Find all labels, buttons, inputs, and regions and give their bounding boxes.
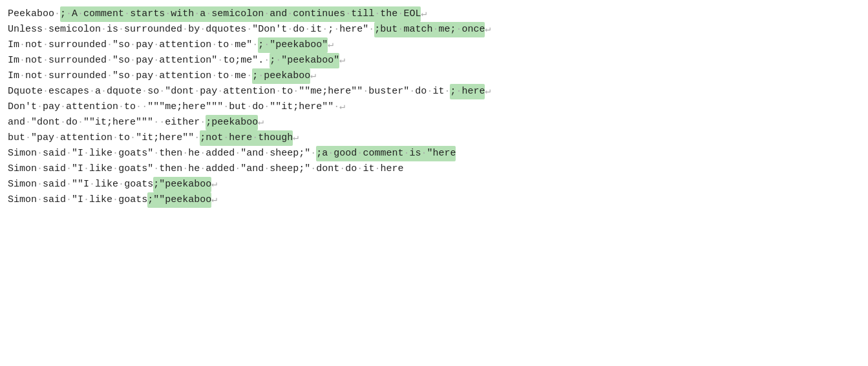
plain-segment: Peekaboo· <box>8 6 60 22</box>
return-symbol: ↵ <box>310 70 316 81</box>
return-symbol: ↵ <box>211 194 217 205</box>
space-dot: · <box>456 24 461 35</box>
space-dot: · <box>246 101 252 112</box>
space-dot: · <box>54 8 60 19</box>
code-line: Im·not·surrounded·"so·pay·attention"·to;… <box>8 53 860 68</box>
space-dot: · <box>101 86 107 97</box>
space-dot: · <box>66 179 72 190</box>
code-line: but·"pay·attention·to·"it;here""·;not·he… <box>8 130 860 146</box>
space-dot: · <box>310 148 316 159</box>
return-symbol: ↵ <box>485 24 491 35</box>
space-dot: · <box>124 8 130 19</box>
code-line: Simon·said·"I·like·goats;""peekaboo↵ <box>8 192 860 208</box>
space-dot: · <box>339 163 345 174</box>
space-dot: · <box>194 86 200 97</box>
code-line: Peekaboo·;·A·comment·starts·with·a·semic… <box>8 6 860 22</box>
space-dot: · <box>37 194 43 205</box>
space-dot: · <box>397 8 403 19</box>
space-dot: · <box>130 70 136 81</box>
code-line: Unless·semicolon·is·surrounded·by·dquote… <box>8 22 860 37</box>
line-segment: ↵ <box>485 22 491 37</box>
line-segment: ↵ <box>339 53 345 68</box>
space-dot: · <box>421 148 427 159</box>
plain-segment: and·"dont·do·""it;here"""··either· <box>8 115 206 130</box>
line-segment: ↵ <box>485 84 491 99</box>
space-dot: · <box>78 117 83 128</box>
space-dot: · <box>223 132 229 143</box>
space-dot: · <box>130 39 136 50</box>
space-dot: · <box>456 86 461 97</box>
space-dot: · <box>165 8 171 19</box>
line-segment: ↵ <box>211 177 217 192</box>
space-dot: · <box>194 8 200 19</box>
space-dot: · <box>357 163 363 174</box>
return-symbol: ↵ <box>339 101 345 112</box>
space-dot: · <box>66 194 72 205</box>
space-dot: · <box>345 8 351 19</box>
space-dot: · <box>333 101 339 112</box>
space-dot: · <box>304 24 310 35</box>
space-dot: · <box>159 117 165 128</box>
space-dot: · <box>153 163 159 174</box>
space-dot: · <box>43 24 48 35</box>
space-dot: · <box>118 101 124 112</box>
plain-segment: Simon·said·"I·like·goats <box>8 192 147 208</box>
space-dot: · <box>264 8 270 19</box>
space-dot: · <box>19 55 25 66</box>
code-line: Dquote·escapes·a·dquote·so·"dont·pay·att… <box>8 84 860 99</box>
space-dot: · <box>153 148 159 159</box>
space-dot: · <box>264 101 270 112</box>
code-line: Simon·said·"I·like·goats"·then·he·added·… <box>8 161 860 177</box>
line-segment: ↵ <box>328 37 333 53</box>
space-dot: · <box>182 24 188 35</box>
return-symbol: ↵ <box>211 179 217 190</box>
space-dot: · <box>235 148 240 159</box>
space-dot: · <box>264 39 270 50</box>
space-dot: · <box>206 8 211 19</box>
space-dot: · <box>322 24 328 35</box>
space-dot: · <box>19 39 25 50</box>
space-dot: · <box>217 55 223 66</box>
space-dot: · <box>142 101 147 112</box>
highlighted-segment: ;·here <box>450 84 485 99</box>
highlighted-segment: ;but·match·me;·once <box>374 22 485 37</box>
return-symbol: ↵ <box>258 117 264 128</box>
return-symbol: ↵ <box>421 8 427 19</box>
space-dot: · <box>374 163 380 174</box>
space-dot: · <box>83 163 89 174</box>
space-dot: · <box>368 24 374 35</box>
code-line: Simon·said·"I·like·goats"·then·he·added·… <box>8 146 860 161</box>
space-dot: · <box>112 163 118 174</box>
space-dot: · <box>37 163 43 174</box>
space-dot: · <box>246 24 252 35</box>
space-dot: · <box>194 132 200 143</box>
plain-segment: Simon·said·""I·like·goats <box>8 177 153 192</box>
highlighted-segment: ;·peekaboo <box>252 68 310 84</box>
space-dot: · <box>444 86 450 97</box>
space-dot: · <box>60 101 66 112</box>
plain-segment: Im·not·surrounded·"so·pay·attention·to·m… <box>8 37 258 53</box>
highlighted-segment: ;·A·comment·starts·with·a·semicolon·and·… <box>60 6 421 22</box>
space-dot: · <box>264 55 270 66</box>
plain-segment: Don't·pay·attention·to··"""me;here"""·bu… <box>8 99 339 115</box>
space-dot: · <box>19 70 25 81</box>
highlighted-segment: ;""peekaboo <box>147 192 211 208</box>
plain-segment: Unless·semicolon·is·surrounded·by·dquote… <box>8 22 374 37</box>
code-line: and·"dont·do·""it;here"""··either·;peeka… <box>8 115 860 130</box>
space-dot: · <box>275 55 281 66</box>
plain-segment: Im·not·surrounded·"so·pay·attention·to·m… <box>8 68 252 84</box>
code-line: Don't·pay·attention·to··"""me;here"""·bu… <box>8 99 860 115</box>
space-dot: · <box>112 194 118 205</box>
space-dot: · <box>153 55 159 66</box>
highlighted-segment: ;"peekaboo <box>153 177 211 192</box>
space-dot: · <box>153 39 159 50</box>
space-dot: · <box>211 70 217 81</box>
space-dot: · <box>432 24 438 35</box>
space-dot: · <box>252 132 258 143</box>
space-dot: · <box>310 163 316 174</box>
space-dot: · <box>229 70 235 81</box>
space-dot: · <box>153 70 159 81</box>
space-dot: · <box>112 148 118 159</box>
space-dot: · <box>37 148 43 159</box>
space-dot: · <box>409 86 415 97</box>
